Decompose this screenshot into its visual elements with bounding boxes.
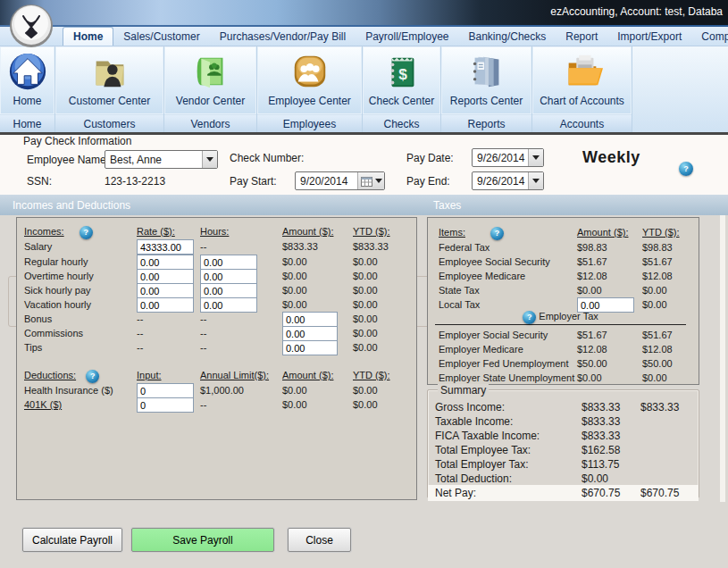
pay-start-picker[interactable]: 9/20/2014 xyxy=(295,171,385,190)
incomes-help-icon[interactable] xyxy=(79,226,93,239)
menu-item-report[interactable]: Report xyxy=(556,28,607,46)
toolbar-group-checks[interactable]: Checks xyxy=(363,114,440,133)
overtime-hourly-rate-input[interactable] xyxy=(137,269,194,284)
summary-row-fica-taxable-income: FICA Taxable Income: $833.33 xyxy=(428,430,699,444)
toolbar-button-reports-center[interactable]: Reports Center xyxy=(441,46,531,114)
toolbar-button-vendor-center[interactable]: Vendor Center xyxy=(164,46,256,114)
toolbar-button-customer-center[interactable]: Customer Center xyxy=(55,46,163,114)
tax-row-federal: Federal Tax $98.83 $98.83 xyxy=(428,242,699,256)
toolbar-button-employee-center[interactable]: Employee Center xyxy=(257,46,362,114)
employee-name-value: Best, Anne xyxy=(105,154,202,166)
incomes-deductions-panel: Incomes: Rate ($): Hours: Amount ($): YT… xyxy=(16,217,417,500)
paycheck-section-title: Pay Check Information xyxy=(20,135,135,147)
commissions-amount-input[interactable] xyxy=(282,326,338,341)
salary-rate-input[interactable] xyxy=(137,239,194,255)
calendar-icon xyxy=(361,176,372,187)
app-logo-icon[interactable] xyxy=(9,4,54,48)
checkbook-icon: $ xyxy=(381,51,423,92)
toolbar-group-customers[interactable]: Customers xyxy=(55,114,163,133)
menu-item-sales-customer[interactable]: Sales/Customer xyxy=(113,28,209,46)
pay-end-label: Pay End: xyxy=(406,175,450,188)
toolbar-group-reports[interactable]: Reports xyxy=(441,114,531,133)
toolbar-group-vendors[interactable]: Vendors xyxy=(164,114,256,133)
menu-item-payroll-employee[interactable]: Payroll/Employee xyxy=(356,28,458,46)
summary-row-gross-income: Gross Income: $833.33 $833.33 xyxy=(428,401,699,415)
calculate-payroll-button[interactable]: Calculate Payroll xyxy=(22,528,122,552)
chevron-down-icon[interactable] xyxy=(202,151,217,168)
toolbar-group-accounts[interactable]: Accounts xyxy=(532,114,632,133)
income-row-vacation-hourly: Vacation hourly $0.00 $0.00 xyxy=(17,299,416,313)
deductions-help-icon[interactable] xyxy=(86,370,99,383)
svg-text:$: $ xyxy=(398,65,407,83)
window-title: ezAccounting, Account: test, Databa xyxy=(550,5,723,18)
taxes-panel: Items: Amount ($): YTD ($): Federal Tax … xyxy=(427,217,699,385)
taxes-band-title: Taxes xyxy=(433,199,461,212)
accounts-folder-icon xyxy=(562,51,603,92)
vacation-hourly-rate-input[interactable] xyxy=(137,297,194,313)
home-icon xyxy=(7,51,48,92)
save-payroll-button[interactable]: Save Payroll xyxy=(131,528,274,552)
health-insurance-input[interactable] xyxy=(137,383,194,398)
ssn-value: 123-13-2213 xyxy=(105,175,165,188)
toolbar-group-home[interactable]: Home xyxy=(0,114,54,133)
check-number-label: Check Number: xyxy=(230,152,304,164)
tax-row-employee-medicare: Employee Medicare $12.08 $12.08 xyxy=(428,271,699,285)
toolbar-group-employees[interactable]: Employees xyxy=(257,114,362,133)
summary-row-total-employee-tax: Total Employee Tax: $162.58 xyxy=(428,444,699,458)
paycheck-help-icon[interactable] xyxy=(679,162,693,176)
right-edge-strip xyxy=(720,215,725,502)
summary-title: Summary xyxy=(438,384,489,397)
toolbar-button-label: Employee Center xyxy=(268,95,351,107)
vacation-hourly-hours-input[interactable] xyxy=(200,297,257,313)
toolbar-button-check-center[interactable]: $ Check Center xyxy=(363,46,440,114)
chevron-down-icon[interactable] xyxy=(528,172,543,189)
rate-header: Rate ($): xyxy=(137,226,175,237)
chevron-down-icon[interactable] xyxy=(528,149,543,166)
tax-ytd-header: YTD ($): xyxy=(642,227,680,238)
401k-input[interactable] xyxy=(137,397,194,413)
taxes-help-icon[interactable] xyxy=(490,227,504,240)
bonus-amount-input[interactable] xyxy=(282,312,338,327)
menu-item-company[interactable]: Company xyxy=(691,28,728,46)
tax-items-header: Items: xyxy=(439,227,465,238)
section-band: Incomes and Deductions Taxes xyxy=(0,195,728,215)
menu-item-banking-checks[interactable]: Banking/Checks xyxy=(459,28,556,46)
toolbar-button-label: Home xyxy=(13,95,41,107)
menu-item-purchases-vendor-pay-bill[interactable]: Purchases/Vendor/Pay Bill xyxy=(210,28,356,46)
pay-date-label: Pay Date: xyxy=(406,152,454,164)
app-window: ezAccounting, Account: test, Databa Home… xyxy=(0,0,728,568)
tips-amount-input[interactable] xyxy=(282,340,338,355)
income-row-salary: Salary -- $833.33 $833.33 xyxy=(17,241,416,255)
tax-row-employer-social-security: Employer Social Security $51.67 $51.67 xyxy=(428,330,699,344)
employee-name-dropdown[interactable]: Best, Anne xyxy=(105,150,218,169)
pay-end-picker[interactable]: 9/26/2014 xyxy=(472,171,544,190)
employees-icon xyxy=(289,51,331,92)
ytd-header: YTD ($): xyxy=(353,226,390,237)
employer-tax-divider: Employer Tax xyxy=(435,311,686,325)
toolbar-button-home[interactable]: Home xyxy=(0,46,54,114)
sick-hourly-rate-input[interactable] xyxy=(137,283,194,298)
customers-folder-icon xyxy=(89,51,130,92)
toolbar-button-label: Check Center xyxy=(369,95,434,107)
hours-header: Hours: xyxy=(200,226,229,237)
deductions-header: Deductions: xyxy=(24,370,76,380)
menu-item-home[interactable]: Home xyxy=(63,27,113,46)
calendar-dropdown-button[interactable] xyxy=(357,172,384,189)
sick-hourly-hours-input[interactable] xyxy=(200,283,257,298)
pay-date-picker[interactable]: 9/26/2014 xyxy=(472,148,544,167)
close-button[interactable]: Close xyxy=(288,528,351,552)
income-row-bonus: Bonus -- -- $0.00 xyxy=(17,313,416,328)
incomes-header: Incomes: xyxy=(24,226,64,237)
reports-binders-icon xyxy=(466,51,507,92)
regular-hourly-hours-input[interactable] xyxy=(200,255,257,270)
pay-start-value: 9/20/2014 xyxy=(296,175,357,188)
amount-header: Amount ($): xyxy=(282,226,333,237)
toolbar-button-label: Vendor Center xyxy=(176,95,245,107)
pay-start-label: Pay Start: xyxy=(230,175,277,188)
regular-hourly-rate-input[interactable] xyxy=(137,255,194,270)
employer-tax-help-icon[interactable] xyxy=(523,311,536,324)
toolbar-button-chart-of-accounts[interactable]: Chart of Accounts xyxy=(532,46,632,114)
menu-item-import-export[interactable]: Import/Export xyxy=(607,28,691,46)
overtime-hourly-hours-input[interactable] xyxy=(200,269,257,284)
401k-link[interactable]: 401K ($) xyxy=(24,399,62,410)
